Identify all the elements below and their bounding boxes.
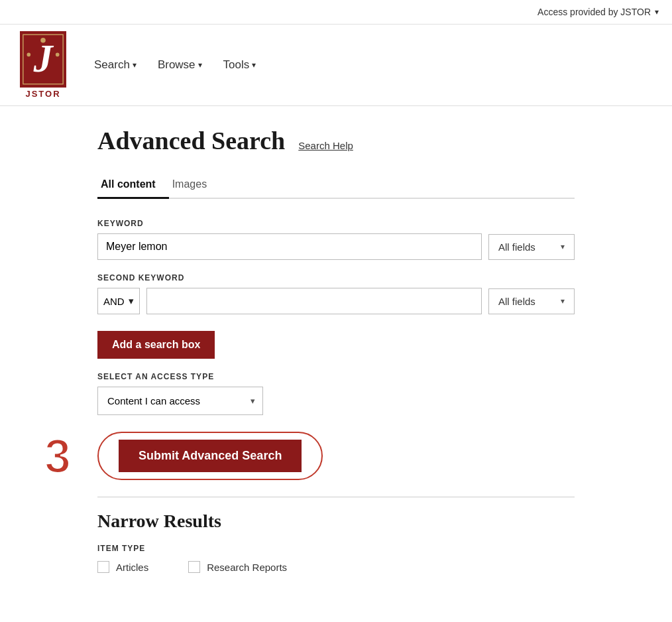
logo-word: JSTOR [25,89,60,99]
keyword-label: KEYWORD [97,219,575,228]
second-keyword-label: SECOND KEYWORD [97,273,575,282]
step-number-badge: 3 [44,432,71,480]
operator-chevron-icon: ▾ [129,295,134,307]
tools-chevron-icon: ▾ [252,60,256,70]
tab-images[interactable]: Images [169,172,220,199]
add-search-box-button[interactable]: Add a search box [97,331,215,359]
second-keyword-input[interactable] [146,288,482,314]
articles-checkbox-box[interactable] [97,561,109,573]
keyword-row: All fields ▾ [97,233,575,260]
page-title: Advanced Search [97,126,285,155]
second-keyword-section: SECOND KEYWORD AND OR NOT ▾ All fields ▾ [97,273,575,314]
access-bar: Access provided by JSTOR ▾ [0,0,672,25]
item-type-label: ITEM TYPE [97,544,575,553]
browse-chevron-icon: ▾ [198,60,202,70]
research-reports-checkbox-box[interactable] [188,561,200,573]
checkbox-articles[interactable]: Articles [97,561,148,573]
access-bar-text: Access provided by JSTOR [537,7,651,17]
submit-oval-highlight: Submit Advanced Search [97,432,323,480]
narrow-results-title: Narrow Results [97,511,575,532]
svg-point-3 [40,38,46,43]
logo-image: J [20,31,66,88]
access-type-section: SELECT AN ACCESS TYPE Content I can acce… [97,372,575,415]
access-type-label: SELECT AN ACCESS TYPE [97,372,575,381]
content-tabs: All content Images [97,172,575,199]
main-header: J JSTOR Search ▾ Browse ▾ Tools ▾ [0,25,672,106]
tab-all-content[interactable]: All content [97,172,169,199]
access-bar-chevron-icon: ▾ [655,7,659,17]
jstor-logo[interactable]: J JSTOR [20,31,66,99]
svg-text:J: J [32,37,54,80]
submit-advanced-search-button[interactable]: Submit Advanced Search [119,440,302,472]
svg-point-5 [56,53,60,57]
second-keyword-field-dropdown[interactable]: All fields ▾ [488,288,575,314]
access-select-wrapper: Content I can access All content ▾ [97,387,263,415]
keyword-section: KEYWORD All fields ▾ [97,219,575,260]
keyword-field-chevron-icon: ▾ [561,242,565,251]
search-help-link[interactable]: Search Help [298,140,353,151]
item-type-checkboxes: Articles Research Reports [97,561,575,573]
page-title-area: Advanced Search Search Help [97,126,575,155]
nav-browse[interactable]: Browse ▾ [150,53,210,77]
svg-point-4 [27,53,30,57]
nav-tools[interactable]: Tools ▾ [215,53,264,77]
search-chevron-icon: ▾ [133,60,137,70]
checkbox-research-reports[interactable]: Research Reports [188,561,287,573]
operator-select[interactable]: AND OR NOT ▾ [97,288,140,314]
operator-select-input[interactable]: AND OR NOT [103,296,125,307]
main-content: Advanced Search Search Help All content … [71,106,601,593]
nav-menu: Search ▾ Browse ▾ Tools ▾ [86,53,264,77]
narrow-results-section: Narrow Results ITEM TYPE Articles Resear… [97,497,575,573]
second-keyword-field-chevron-icon: ▾ [561,296,565,306]
second-keyword-row: AND OR NOT ▾ All fields ▾ [97,288,575,314]
access-type-select[interactable]: Content I can access All content [97,387,263,415]
keyword-field-dropdown[interactable]: All fields ▾ [488,234,575,260]
submit-area: 3 Submit Advanced Search [97,432,575,480]
keyword-input[interactable] [97,233,482,260]
nav-search[interactable]: Search ▾ [86,53,144,77]
